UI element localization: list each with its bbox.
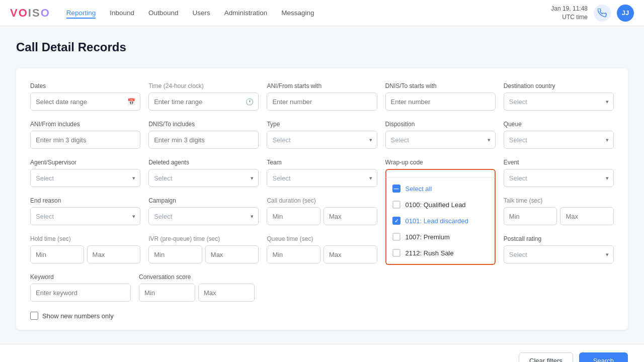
- campaign-group: Campaign Select ▾: [148, 197, 259, 225]
- wrapup-item-0100[interactable]: 0100: Qualified Lead: [386, 197, 495, 213]
- type-select[interactable]: Select: [267, 131, 377, 149]
- call-duration-min-input[interactable]: [267, 207, 320, 225]
- wrapup-item-0101[interactable]: 0101: Lead discarded: [386, 213, 495, 229]
- time-label: Time (24-hour clock): [148, 82, 259, 89]
- show-new-label: Show new numbers only: [42, 312, 114, 320]
- wrapup-item-1007[interactable]: 1007: Premium: [386, 229, 495, 245]
- ivr-min-input[interactable]: [148, 245, 202, 263]
- ani-includes-input[interactable]: [30, 131, 140, 149]
- disposition-label: Disposition: [385, 121, 496, 128]
- disposition-select[interactable]: Select: [385, 131, 496, 149]
- ivr-range: [148, 245, 259, 263]
- wrapup-label-0100: 0100: Qualified Lead: [406, 201, 466, 209]
- phone-icon: [598, 9, 607, 18]
- team-wrapper: Select ▾: [267, 169, 377, 187]
- clear-filters-button[interactable]: Clear filters: [519, 352, 573, 362]
- conv-score-max-input[interactable]: [198, 284, 255, 302]
- end-reason-label: End reason: [30, 197, 140, 204]
- search-button[interactable]: Search: [579, 352, 628, 362]
- queue-time-range: [267, 245, 377, 263]
- ani-includes-label: ANI/From includes: [30, 121, 140, 128]
- dates-label: Dates: [30, 82, 140, 89]
- nav-reporting[interactable]: Reporting: [66, 7, 96, 19]
- hold-max-input[interactable]: [87, 245, 141, 263]
- conv-score-min-input[interactable]: [139, 284, 195, 302]
- team-select[interactable]: Select: [267, 169, 377, 187]
- talk-time-group: Talk time (sec): [504, 197, 614, 225]
- queue-time-label: Queue time (sec): [267, 235, 377, 242]
- wrapup-label-2112: 2112: Rush Sale: [406, 249, 454, 257]
- nav-datetime: Jan 19, 11:48 UTC time: [551, 5, 588, 22]
- deleted-agents-select[interactable]: Select: [148, 169, 259, 187]
- nav-outbound[interactable]: Outbound: [148, 7, 178, 19]
- queue-select[interactable]: Select: [504, 131, 614, 149]
- team-group: Team Select ▾: [267, 159, 377, 187]
- logo-s: S: [32, 7, 41, 19]
- talk-time-min-input[interactable]: [504, 207, 557, 225]
- filter-row-1: Dates 📅 Time (24-hour clock) 🕐 ANI/From …: [30, 82, 614, 111]
- time-wrapper: 🕐: [148, 93, 259, 111]
- wrapup-checkbox-1007: [392, 233, 400, 241]
- logo-i: I: [28, 7, 32, 19]
- nav-administration[interactable]: Administration: [224, 7, 268, 19]
- end-reason-select[interactable]: Select: [30, 207, 140, 225]
- event-select[interactable]: Select: [504, 169, 614, 187]
- filter-row-6: Keyword Conversation score: [30, 274, 614, 302]
- ani-from-starts-input[interactable]: [267, 93, 377, 111]
- nav-right: Jan 19, 11:48 UTC time JJ: [551, 5, 634, 22]
- keyword-input[interactable]: [30, 284, 131, 302]
- wrapup-label-0101: 0101: Lead discarded: [406, 217, 468, 225]
- conv-score-range: [139, 284, 255, 302]
- queue-time-max-input[interactable]: [324, 245, 377, 263]
- call-duration-max-input[interactable]: [324, 207, 377, 225]
- postcall-group: Postcall rating Select ▾: [504, 235, 614, 263]
- queue-label: Queue: [504, 121, 614, 128]
- filter-row-3: Agent/Supervisor Select ▾ Deleted agents…: [30, 159, 614, 187]
- user-avatar[interactable]: JJ: [617, 5, 634, 22]
- dest-country-label: Destination country: [504, 82, 614, 89]
- ivr-max-input[interactable]: [205, 245, 259, 263]
- nav-messaging[interactable]: Messaging: [281, 7, 314, 19]
- wrapup-select-all[interactable]: Select all: [386, 180, 495, 197]
- type-group: Type Select ▾: [267, 121, 377, 149]
- deleted-agents-label: Deleted agents: [148, 159, 259, 166]
- show-new-checkbox[interactable]: [30, 312, 38, 320]
- filter-card: Dates 📅 Time (24-hour clock) 🕐 ANI/From …: [16, 68, 628, 330]
- keyword-label: Keyword: [30, 274, 131, 281]
- dates-input[interactable]: [30, 93, 140, 111]
- dnis-to-starts-label: DNIS/To starts with: [385, 82, 496, 89]
- dnis-to-starts-input[interactable]: [385, 93, 496, 111]
- event-group: Event Select ▾: [504, 159, 614, 187]
- dnis-to-starts-group: DNIS/To starts with: [385, 82, 496, 111]
- nav-items: Reporting Inbound Outbound Users Adminis…: [66, 7, 551, 19]
- event-label: Event: [504, 159, 614, 166]
- logo-o: O: [19, 7, 28, 19]
- talk-time-max-input[interactable]: [560, 207, 614, 225]
- page-title: Call Detail Records: [16, 40, 628, 54]
- agent-select[interactable]: Select: [30, 169, 140, 187]
- queue-group: Queue Select ▾: [504, 121, 614, 149]
- campaign-select[interactable]: Select: [148, 207, 259, 225]
- postcall-select[interactable]: Select: [504, 245, 614, 263]
- deleted-agents-wrapper: Select ▾: [148, 169, 259, 187]
- wrapup-label: Wrap-up code: [385, 159, 496, 166]
- dest-country-select[interactable]: Select: [504, 93, 614, 111]
- filter-row-4: End reason Select ▾ Campaign Select ▾: [30, 197, 614, 225]
- wrapup-item-2112[interactable]: 2112: Rush Sale: [386, 245, 495, 261]
- time-input[interactable]: [148, 93, 259, 111]
- wrapup-checkbox-0101: [392, 217, 400, 225]
- time-group: Time (24-hour clock) 🕐: [148, 82, 259, 111]
- type-wrapper: Select ▾: [267, 131, 377, 149]
- phone-icon-button[interactable]: [594, 5, 611, 22]
- dnis-includes-input[interactable]: [148, 131, 259, 149]
- hold-min-input[interactable]: [30, 245, 84, 263]
- dest-country-wrapper: Select ▾: [504, 93, 614, 111]
- call-duration-label: Call duration (sec): [267, 197, 377, 204]
- hold-time-range: [30, 245, 140, 263]
- nav-inbound[interactable]: Inbound: [110, 7, 134, 19]
- hold-time-label: Hold time (sec): [30, 235, 140, 242]
- call-duration-range: [267, 207, 377, 225]
- filter-row-2: ANI/From includes DNIS/To includes Type …: [30, 121, 614, 149]
- queue-time-min-input[interactable]: [267, 245, 320, 263]
- nav-users[interactable]: Users: [192, 7, 210, 19]
